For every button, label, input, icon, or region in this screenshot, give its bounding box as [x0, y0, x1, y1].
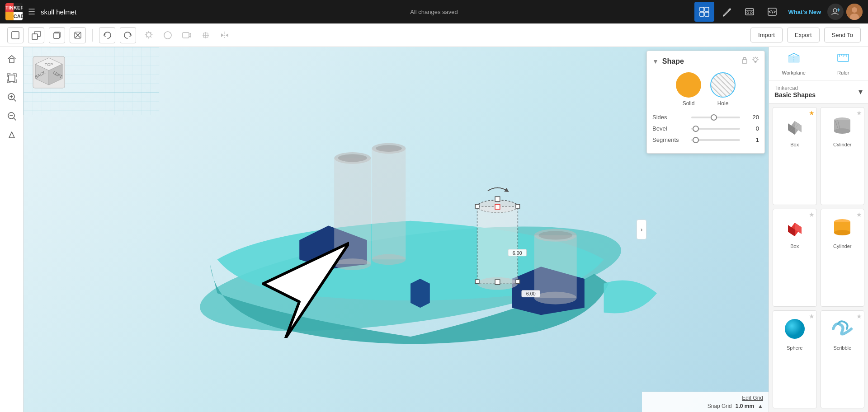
svg-rect-20: [183, 33, 189, 38]
send-to-button[interactable]: Send To: [824, 28, 861, 42]
edit-grid-row: Edit Grid: [742, 394, 763, 402]
logo-tin: TIN: [5, 3, 14, 12]
segments-row: Segments 1: [652, 136, 759, 143]
shape-label-box-grey: Box: [790, 142, 799, 147]
solid-type-button[interactable]: Solid: [676, 72, 701, 107]
snap-grid-arrow[interactable]: ▲: [758, 403, 763, 409]
shape-card-scribble[interactable]: ★ Scribble: [821, 310, 865, 408]
svg-rect-12: [12, 32, 19, 39]
svg-point-49: [534, 292, 577, 304]
copy-button[interactable]: [28, 27, 44, 43]
shape-card-box-grey[interactable]: ★ Box: [773, 107, 817, 205]
shape-card-cylinder-orange[interactable]: ★ Cylinder: [821, 209, 865, 307]
star-icon-3[interactable]: ★: [856, 211, 862, 218]
segments-slider[interactable]: [691, 139, 740, 141]
star-icon-4[interactable]: ★: [809, 313, 815, 320]
redo-button[interactable]: [120, 27, 136, 43]
lock-icon[interactable]: [741, 56, 748, 66]
shape-card-box-red[interactable]: ★ Box: [773, 209, 817, 307]
workplane-ruler-bar: Workplane Ruler: [769, 47, 868, 80]
camera-view-button[interactable]: [179, 27, 195, 43]
shape-panel-title: Shape: [662, 57, 737, 66]
sides-slider[interactable]: [691, 117, 740, 118]
edit-grid-label[interactable]: Edit Grid: [742, 395, 763, 401]
svg-point-31: [334, 258, 371, 270]
project-title[interactable]: skull helmet: [41, 8, 76, 16]
bevel-slider[interactable]: [691, 128, 740, 130]
svg-rect-3: [705, 12, 709, 16]
shape-card-sphere-blue[interactable]: ★ Sphere: [773, 310, 817, 408]
panel-collapse-arrow[interactable]: ›: [637, 220, 646, 239]
shape-label-box-red: Box: [790, 243, 799, 249]
toolbar: Import Export Send To: [0, 23, 868, 47]
duplicate-button[interactable]: [49, 27, 65, 43]
whats-new-button[interactable]: What's New: [785, 9, 825, 15]
workplane-label: Workplane: [782, 70, 806, 75]
shape-type-row: Solid Hole: [652, 72, 759, 107]
shape-icon-cylinder-grey: [828, 111, 857, 140]
perspective-button[interactable]: [3, 126, 20, 144]
svg-text:TOP: TOP: [45, 62, 53, 67]
align-button[interactable]: [198, 27, 214, 43]
svg-rect-43: [516, 280, 520, 284]
svg-point-84: [785, 319, 805, 339]
bevel-label: Bevel: [652, 125, 689, 132]
segments-label: Segments: [652, 136, 689, 143]
star-icon-0[interactable]: ★: [809, 109, 815, 117]
star-icon-2[interactable]: ★: [809, 211, 815, 218]
snap-grid-label: Snap Grid: [708, 403, 732, 409]
svg-rect-22: [9, 59, 14, 63]
mirror-button[interactable]: [217, 27, 233, 43]
svg-rect-4: [745, 9, 754, 15]
shape-icon-box-red: [780, 213, 809, 242]
export-button[interactable]: Export: [787, 28, 820, 42]
new-shape-button[interactable]: [7, 27, 24, 43]
left-panel: [0, 47, 24, 412]
fit-view-button[interactable]: [3, 70, 20, 87]
svg-rect-0: [700, 7, 704, 11]
nav-grid-button[interactable]: [694, 2, 714, 22]
bulb-icon[interactable]: [752, 56, 759, 66]
ruler-button[interactable]: Ruler: [819, 47, 868, 80]
viewport[interactable]: 6.00 6.00 TOP BA: [24, 47, 769, 412]
svg-rect-38: [477, 206, 518, 284]
right-panel: Workplane Ruler Tinkercad Basic Shapes ▾: [769, 47, 868, 412]
shape-card-cylinder-grey[interactable]: ★ Cylinder: [821, 107, 865, 205]
nav-sim-button[interactable]: [740, 2, 760, 22]
nav-code-button[interactable]: [762, 2, 782, 22]
star-icon-5[interactable]: ★: [856, 313, 862, 320]
view-cube[interactable]: TOP BACK LEFT: [31, 54, 67, 90]
hole-label: Hole: [717, 100, 729, 107]
shape-outline-button[interactable]: [160, 27, 176, 43]
hole-type-button[interactable]: Hole: [710, 72, 736, 107]
svg-rect-2: [700, 12, 704, 16]
zoom-in-button[interactable]: [3, 89, 20, 106]
logo-cad: CAD: [14, 12, 23, 20]
delete-button[interactable]: [70, 27, 86, 43]
svg-rect-6: [750, 12, 752, 14]
avatar[interactable]: [846, 4, 863, 20]
home-view-button[interactable]: [3, 51, 20, 68]
star-icon-1[interactable]: ★: [856, 109, 862, 117]
nav-pickaxe-button[interactable]: [717, 2, 737, 22]
import-button[interactable]: Import: [750, 28, 783, 42]
collapse-icon[interactable]: ▼: [652, 58, 659, 65]
zoom-out-button[interactable]: [3, 108, 20, 125]
solid-label: Solid: [683, 100, 695, 107]
light-button[interactable]: [141, 27, 157, 43]
hole-circle: [710, 72, 736, 98]
svg-point-35: [372, 254, 406, 265]
project-menu-icon[interactable]: ☰: [28, 7, 35, 17]
shape-icon-box-grey: [780, 111, 809, 140]
svg-point-8: [833, 9, 837, 12]
workplane-button[interactable]: Workplane: [769, 47, 819, 80]
main-area: 6.00 6.00 TOP BA: [0, 47, 868, 412]
sides-row: Sides 20: [652, 114, 759, 121]
topbar-right: What's New: [694, 2, 863, 22]
category-chevron[interactable]: ▾: [859, 87, 863, 97]
undo-button[interactable]: [99, 27, 115, 43]
svg-rect-30: [334, 158, 371, 264]
tinkercad-logo[interactable]: TIN KER CAD: [5, 3, 23, 20]
shape-icon-scribble: [828, 314, 857, 343]
add-user-button[interactable]: [827, 4, 844, 20]
